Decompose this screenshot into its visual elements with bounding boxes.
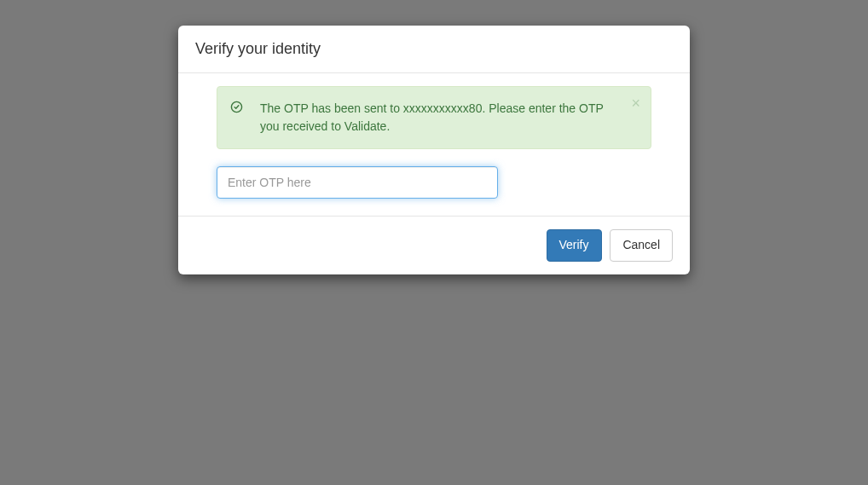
modal-title: Verify your identity (195, 38, 673, 60)
cancel-button[interactable]: Cancel (610, 229, 673, 262)
modal-body: The OTP has been sent to xxxxxxxxxxx80. … (178, 73, 690, 217)
alert-close-button[interactable]: × (631, 95, 640, 111)
success-alert: The OTP has been sent to xxxxxxxxxxx80. … (217, 86, 651, 149)
modal-footer: Verify Cancel (178, 217, 690, 274)
otp-input[interactable] (217, 166, 498, 199)
alert-message: The OTP has been sent to xxxxxxxxxxx80. … (260, 100, 621, 136)
otp-verify-modal: Verify your identity The OTP has been se… (178, 26, 690, 274)
verify-button[interactable]: Verify (547, 229, 602, 262)
check-circle-icon (230, 100, 243, 116)
close-icon: × (631, 95, 640, 112)
modal-header: Verify your identity (178, 26, 690, 73)
